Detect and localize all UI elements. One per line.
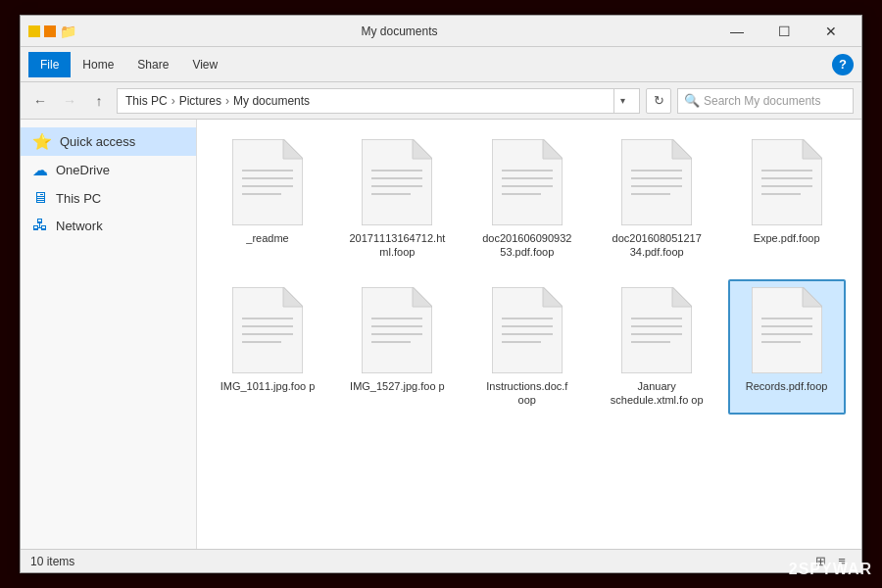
tab-file[interactable]: File <box>28 52 71 77</box>
logo-square-yellow <box>28 25 40 37</box>
file-icon-3 <box>492 139 563 225</box>
sidebar-label-quick-access: Quick access <box>60 134 135 149</box>
watermark: 2SPYWAR <box>789 561 872 578</box>
breadcrumb-this-pc[interactable]: This PC <box>125 94 168 108</box>
file-area: _readme 20171113164712.html.foop doc2016… <box>197 120 861 549</box>
svg-marker-13 <box>543 139 563 159</box>
address-dropdown[interactable]: ▾ <box>613 88 631 114</box>
sidebar-item-onedrive[interactable]: ☁ OneDrive <box>21 156 196 184</box>
svg-marker-37 <box>413 287 432 307</box>
tab-share[interactable]: Share <box>125 52 180 77</box>
file-name-4: doc201608051217 34.pdf.foop <box>606 231 708 260</box>
file-icon-9 <box>621 287 692 373</box>
file-item-7[interactable]: IMG_1527.jpg.foo p <box>338 279 456 416</box>
logo-square-orange <box>44 25 56 37</box>
title-bar: 📁 My documents — ☐ ✕ <box>21 16 861 47</box>
svg-marker-1 <box>283 139 303 159</box>
help-button[interactable]: ? <box>832 54 854 75</box>
onedrive-icon: ☁ <box>32 161 48 179</box>
svg-marker-31 <box>283 287 303 307</box>
file-item-10[interactable]: Records.pdf.foop <box>728 279 846 416</box>
title-logo: 📁 <box>28 24 76 39</box>
file-item-8[interactable]: Instructions.doc.f oop <box>468 279 586 416</box>
main-area: ⭐ Quick access ☁ OneDrive 🖥 This PC 🖧 Ne… <box>21 120 861 549</box>
file-name-7: IMG_1527.jpg.foo p <box>350 379 445 393</box>
breadcrumb-my-documents[interactable]: My documents <box>233 94 310 108</box>
back-button[interactable]: ← <box>28 89 52 113</box>
address-field[interactable]: This PC › Pictures › My documents ▾ <box>117 88 640 114</box>
sidebar-label-this-pc: This PC <box>56 191 101 206</box>
file-item-1[interactable]: _readme <box>209 131 326 268</box>
file-item-2[interactable]: 20171113164712.html.foop <box>338 131 456 268</box>
svg-marker-19 <box>672 139 692 159</box>
svg-marker-43 <box>543 287 563 307</box>
breadcrumb-sep-2: › <box>225 94 229 108</box>
explorer-window: 📁 My documents — ☐ ✕ File Home Share Vie… <box>20 15 862 573</box>
file-item-5[interactable]: Expe.pdf.foop <box>728 131 846 268</box>
file-icon-6 <box>232 287 303 373</box>
file-name-5: Expe.pdf.foop <box>754 231 820 245</box>
sidebar-item-network[interactable]: 🖧 Network <box>21 212 196 239</box>
file-icon-4 <box>621 139 692 225</box>
file-icon-7 <box>362 287 432 373</box>
network-icon: 🖧 <box>32 217 48 234</box>
breadcrumb-pictures[interactable]: Pictures <box>179 94 221 108</box>
tab-home[interactable]: Home <box>71 52 125 77</box>
sidebar-item-quick-access[interactable]: ⭐ Quick access <box>21 127 196 156</box>
close-button[interactable]: ✕ <box>808 16 854 47</box>
svg-marker-25 <box>803 139 822 159</box>
svg-marker-7 <box>413 139 432 159</box>
file-icon-1 <box>232 139 303 225</box>
file-name-9: January schedule.xtml.fo op <box>606 379 708 408</box>
breadcrumb-sep-1: › <box>172 94 175 108</box>
file-name-10: Records.pdf.foop <box>746 379 828 393</box>
address-bar: ← → ↑ This PC › Pictures › My documents … <box>21 82 861 120</box>
maximize-button[interactable]: ☐ <box>761 16 807 47</box>
file-name-6: IMG_1011.jpg.foo p <box>220 379 316 393</box>
file-icon-8 <box>492 287 563 373</box>
search-box[interactable]: 🔍 Search My documents <box>677 88 854 114</box>
sidebar: ⭐ Quick access ☁ OneDrive 🖥 This PC 🖧 Ne… <box>21 120 197 549</box>
file-icon-10 <box>752 287 822 373</box>
minimize-button[interactable]: — <box>714 16 760 47</box>
search-placeholder: Search My documents <box>704 94 820 108</box>
file-icon-2 <box>362 139 432 225</box>
file-name-8: Instructions.doc.f oop <box>476 379 578 408</box>
refresh-button[interactable]: ↻ <box>646 88 671 114</box>
file-item-4[interactable]: doc201608051217 34.pdf.foop <box>598 131 715 268</box>
file-item-6[interactable]: IMG_1011.jpg.foo p <box>209 279 326 416</box>
file-item-9[interactable]: January schedule.xtml.fo op <box>598 279 715 416</box>
ribbon: File Home Share View ? <box>21 47 861 82</box>
folder-icon: 📁 <box>60 24 76 39</box>
sidebar-item-this-pc[interactable]: 🖥 This PC <box>21 184 196 212</box>
sidebar-label-network: Network <box>56 219 103 233</box>
sidebar-label-onedrive: OneDrive <box>56 163 110 177</box>
up-button[interactable]: ↑ <box>87 89 111 113</box>
tab-view[interactable]: View <box>180 52 229 77</box>
this-pc-icon: 🖥 <box>32 189 48 207</box>
file-name-1: _readme <box>246 231 288 245</box>
breadcrumb: This PC › Pictures › My documents <box>125 94 613 108</box>
file-name-3: doc201606090932 53.pdf.foop <box>476 231 578 260</box>
window-controls: — ☐ ✕ <box>714 16 854 47</box>
svg-marker-49 <box>672 287 692 307</box>
quick-access-icon: ⭐ <box>32 132 52 151</box>
file-icon-5 <box>752 139 822 225</box>
svg-marker-55 <box>803 287 822 307</box>
forward-button[interactable]: → <box>58 89 81 113</box>
item-count: 10 items <box>30 555 74 568</box>
search-icon: 🔍 <box>684 93 700 108</box>
file-name-2: 20171113164712.html.foop <box>346 231 448 260</box>
file-item-3[interactable]: doc201606090932 53.pdf.foop <box>468 131 586 268</box>
status-bar: 10 items ⊞ ≡ <box>21 549 861 572</box>
window-title: My documents <box>84 24 714 38</box>
